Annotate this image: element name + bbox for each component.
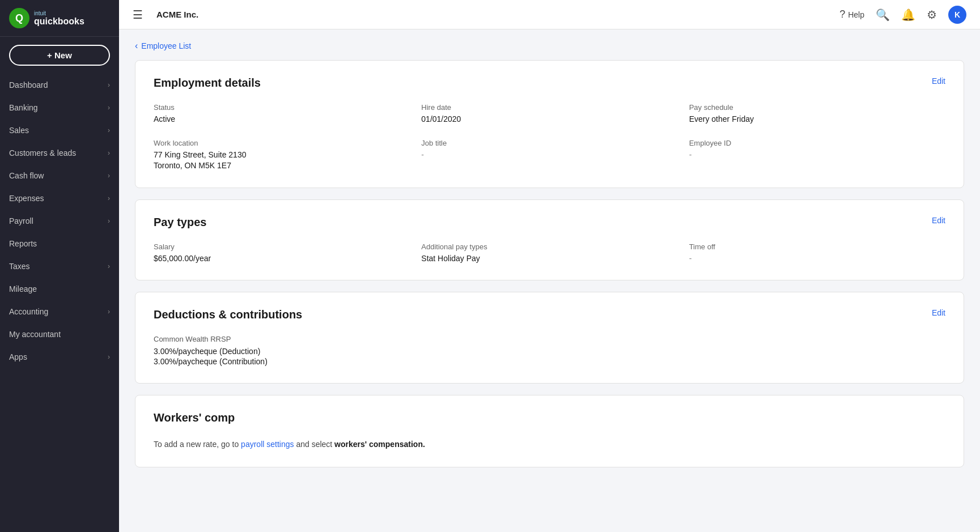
chevron-icon: › (108, 217, 110, 225)
sidebar: Q intuit quickbooks + New Dashboard›Bank… (0, 0, 119, 532)
new-button[interactable]: + New (9, 45, 110, 66)
notifications-icon[interactable]: 🔔 (901, 8, 915, 22)
time-off-label: Time off (689, 242, 945, 251)
chevron-icon: › (108, 126, 110, 134)
hire-date-label: Hire date (421, 103, 677, 112)
topbar-actions: ? Help 🔍 🔔 ⚙ K (839, 6, 966, 24)
sidebar-item-label-dashboard: Dashboard (9, 80, 108, 90)
deduction-plan-name: Common Wealth RRSP (154, 335, 945, 343)
logo-area: Q intuit quickbooks (0, 0, 119, 37)
job-title-field: Job title - (421, 139, 677, 172)
pay-types-edit-button[interactable]: Edit (932, 216, 945, 225)
pay-types-fields: Salary $65,000.00/year Additional pay ty… (154, 242, 945, 265)
workers-comp-title: Workers' comp (154, 411, 235, 424)
chevron-icon: › (108, 194, 110, 202)
pay-schedule-value: Every other Friday (689, 114, 945, 125)
sidebar-item-taxes[interactable]: Taxes› (0, 255, 119, 278)
employee-id-field: Employee ID - (689, 139, 945, 172)
employee-id-label: Employee ID (689, 139, 945, 147)
chevron-icon: › (108, 81, 110, 89)
salary-label: Salary (154, 242, 410, 251)
nav-list: Dashboard›Banking›Sales›Customers & lead… (0, 74, 119, 368)
settings-icon[interactable]: ⚙ (927, 8, 937, 22)
deductions-edit-button[interactable]: Edit (932, 308, 945, 317)
workers-comp-bold: workers' compensation. (334, 440, 425, 449)
time-off-field: Time off - (689, 242, 945, 265)
status-field: Status Active (154, 103, 410, 125)
sidebar-item-label-payroll: Payroll (9, 216, 108, 225)
employment-details-edit-button[interactable]: Edit (932, 76, 945, 86)
sidebar-item-mileage[interactable]: Mileage (0, 278, 119, 300)
logo-text: intuit quickbooks (34, 10, 84, 27)
sidebar-item-expenses[interactable]: Expenses› (0, 187, 119, 210)
salary-value: $65,000.00/year (154, 253, 410, 265)
employment-details-card: Employment details Edit Status Active Hi… (135, 60, 964, 188)
sidebar-item-banking[interactable]: Banking› (0, 96, 119, 119)
employment-details-title: Employment details (154, 76, 261, 90)
employment-details-fields: Status Active Hire date 01/01/2020 Pay s… (154, 103, 945, 172)
deductions-content: Common Wealth RRSP 3.00%/paycheque (Dedu… (154, 335, 945, 366)
user-avatar[interactable]: K (948, 6, 966, 24)
hire-date-field: Hire date 01/01/2020 (421, 103, 677, 125)
payroll-settings-link[interactable]: payroll settings (241, 440, 294, 449)
sidebar-item-label-my-accountant: My accountant (9, 330, 110, 339)
sidebar-item-sales[interactable]: Sales› (0, 119, 119, 142)
help-label: Help (848, 10, 864, 19)
back-arrow-icon: ‹ (135, 41, 138, 51)
chevron-icon: › (108, 104, 110, 112)
pay-schedule-label: Pay schedule (689, 103, 945, 112)
sidebar-item-my-accountant[interactable]: My accountant (0, 323, 119, 346)
breadcrumb: ‹ Employee List (135, 41, 964, 51)
hire-date-value: 01/01/2020 (421, 114, 677, 125)
work-location-field: Work location 77 King Street, Suite 2130… (154, 139, 410, 172)
additional-pay-label: Additional pay types (421, 242, 677, 251)
menu-icon[interactable]: ☰ (133, 8, 143, 22)
help-button[interactable]: ? Help (839, 8, 864, 20)
sidebar-item-label-accounting: Accounting (9, 307, 108, 316)
sidebar-item-payroll[interactable]: Payroll› (0, 210, 119, 232)
workers-comp-text-after: and select (294, 440, 335, 449)
page-content: ‹ Employee List Employment details Edit … (119, 29, 980, 532)
sidebar-item-apps[interactable]: Apps› (0, 346, 119, 368)
chevron-icon: › (108, 262, 110, 270)
workers-comp-text-before: To add a new rate, go to (154, 440, 241, 449)
main-content-area: ☰ ACME Inc. ? Help 🔍 🔔 ⚙ K ‹ Employee Li… (119, 0, 980, 532)
time-off-value: - (689, 253, 945, 265)
sidebar-item-label-expenses: Expenses (9, 194, 108, 203)
breadcrumb-employee-list-link[interactable]: Employee List (141, 41, 191, 50)
employee-id-value: - (689, 150, 945, 161)
chevron-icon: › (108, 172, 110, 180)
pay-types-title: Pay types (154, 216, 206, 229)
svg-text:Q: Q (15, 12, 23, 24)
sidebar-item-label-mileage: Mileage (9, 284, 110, 293)
chevron-icon: › (108, 149, 110, 157)
workers-comp-description: To add a new rate, go to payroll setting… (154, 438, 945, 450)
contribution-value: 3.00%/paycheque (Contribution) (154, 357, 945, 366)
sidebar-item-label-banking: Banking (9, 103, 108, 112)
workers-comp-header: Workers' comp (154, 411, 945, 424)
employment-details-header: Employment details Edit (154, 76, 945, 90)
additional-pay-field: Additional pay types Stat Holiday Pay (421, 242, 677, 265)
sidebar-item-label-apps: Apps (9, 352, 108, 361)
sidebar-item-label-taxes: Taxes (9, 262, 108, 271)
logo-intuit: intuit (34, 10, 84, 16)
pay-types-header: Pay types Edit (154, 216, 945, 229)
sidebar-item-customers-leads[interactable]: Customers & leads› (0, 142, 119, 164)
sidebar-item-label-reports: Reports (9, 239, 110, 248)
sidebar-item-label-customers-leads: Customers & leads (9, 148, 108, 158)
status-label: Status (154, 103, 410, 112)
work-location-value: 77 King Street, Suite 2130 Toronto, ON M… (154, 150, 410, 172)
deductions-title: Deductions & contributions (154, 308, 302, 321)
search-icon[interactable]: 🔍 (876, 8, 890, 22)
deductions-header: Deductions & contributions Edit (154, 308, 945, 321)
sidebar-item-dashboard[interactable]: Dashboard› (0, 74, 119, 96)
deduction-value: 3.00%/paycheque (Deduction) (154, 347, 945, 356)
sidebar-item-label-cash-flow: Cash flow (9, 171, 108, 180)
logo-quickbooks: quickbooks (34, 16, 84, 27)
sidebar-item-reports[interactable]: Reports (0, 232, 119, 255)
job-title-value: - (421, 150, 677, 161)
deductions-card: Deductions & contributions Edit Common W… (135, 292, 964, 384)
sidebar-item-accounting[interactable]: Accounting› (0, 300, 119, 323)
sidebar-item-cash-flow[interactable]: Cash flow› (0, 164, 119, 187)
topbar: ☰ ACME Inc. ? Help 🔍 🔔 ⚙ K (119, 0, 980, 29)
